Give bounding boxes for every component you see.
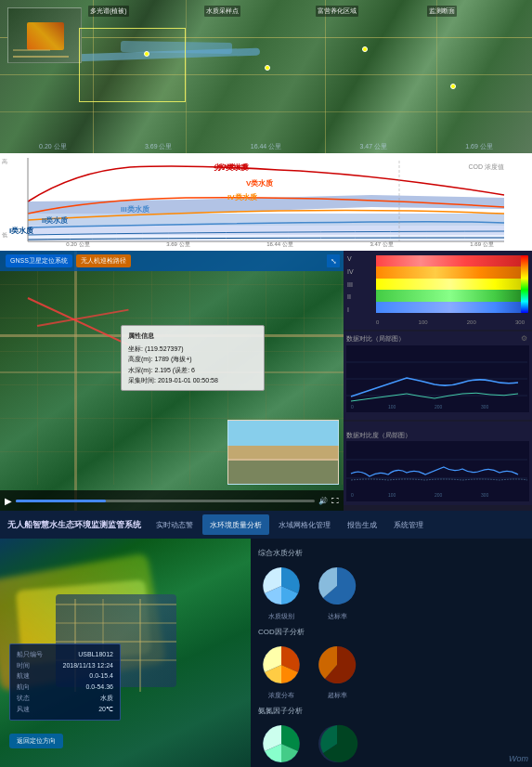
inset-video <box>227 420 339 485</box>
course-val: 0.0-54.36 <box>85 682 113 693</box>
tab-system[interactable]: 系统管理 <box>386 514 431 535</box>
x-label-2: 3.69 公里 <box>166 240 189 249</box>
chart1-title: 数据对比（局部图） <box>346 334 405 344</box>
play-icon[interactable]: ▶ <box>5 496 12 506</box>
section1-satellite-analysis: 多光谱(植被) 水质采样点 富营养化区域 监测断面 0.20 公里 3.69 公… <box>0 0 532 251</box>
y-iii: III <box>347 281 354 288</box>
strip-ii <box>376 290 525 301</box>
strip-v <box>376 255 525 266</box>
section2-drone-analysis: GNSS卫星定位系统 无人机巡检路径 属性信息 坐标: (119.527397)… <box>0 251 532 511</box>
progress-bar[interactable] <box>16 500 315 502</box>
patrol-btn[interactable]: 无人机巡检路径 <box>76 254 131 267</box>
pie-row-1: 水质级别 达标率 <box>258 563 525 621</box>
color-legend <box>521 255 528 313</box>
wom-badge: Wom <box>509 754 528 763</box>
section3-management-system: 无人船智慧水生态环境监测监管系统 实时动态警 水环境质量分析 水域网格化管理 报… <box>0 511 532 767</box>
strip-iv <box>376 266 525 278</box>
pie-svg-2a <box>258 642 305 688</box>
fullscreen-icon[interactable]: ⛶ <box>331 497 339 505</box>
tab-grid[interactable]: 水域网格化管理 <box>271 514 338 535</box>
y-label-top: 高 <box>2 158 7 166</box>
svg-text:300: 300 <box>481 492 489 498</box>
svg-text:200: 200 <box>435 492 443 498</box>
chart1-canvas: 0 100 200 300 <box>346 345 529 412</box>
map-selection-box <box>79 28 186 102</box>
volume-icon[interactable]: 🔊 <box>318 497 328 505</box>
sys-main-content: 船只编号 USBL18012 时间 2018/11/13 12:24 航速 0.… <box>0 539 532 767</box>
chart2-title: 数据对比度（局部图） <box>346 432 411 438</box>
gnss-btn[interactable]: GNSS卫星定位系统 <box>6 254 72 267</box>
x-label-4: 3.47 公里 <box>370 240 393 249</box>
stats-title-1: 综合水质分析 <box>258 548 525 558</box>
pie-label-2b: 超标率 <box>328 691 347 700</box>
time-val: 2018/11/13 12:24 <box>63 660 114 671</box>
wind-label: 风速 <box>17 704 30 715</box>
dist-label-2: 3.69 公里 <box>145 142 173 151</box>
map-label-eutro: 富营养化区域 <box>316 6 358 17</box>
label-v5: V类水质 <box>246 178 273 188</box>
pie-label-1b: 达标率 <box>328 612 347 621</box>
water-quality-profile-chart: 劣V类水质 劣V类水质 V类水质 IV类水质 III类水质 II类水质 I类水质… <box>0 153 532 251</box>
spectral-x-axis: 0 100 200 300 <box>376 319 525 325</box>
status-val: 水质 <box>100 693 113 704</box>
sample-marker-3 <box>362 46 368 52</box>
sample-marker-2 <box>265 65 270 71</box>
spectral-chart: V IV III II I 0 100 200 300 <box>344 251 532 330</box>
pie-row-3: 浓度分布 超标率 <box>258 721 525 767</box>
location-btn[interactable]: 返回定位方向 <box>9 734 63 748</box>
map-label-vegetation: 多光谱(植被) <box>88 6 129 17</box>
pie-item-2a: 浓度分布 <box>258 642 305 700</box>
dist-label-3: 16.44 公里 <box>251 142 281 151</box>
pie-label-2a: 浓度分布 <box>268 691 294 700</box>
chart1-settings[interactable]: ⚙ <box>521 334 527 343</box>
pie-item-3a: 浓度分布 <box>258 721 305 767</box>
chart2-canvas: 0 100 200 300 <box>346 441 529 501</box>
strip-i <box>376 302 525 313</box>
profile-svg <box>0 153 532 251</box>
expand-btn[interactable]: ⤡ <box>327 254 340 267</box>
svg-text:200: 200 <box>435 404 443 410</box>
x-label-3: 16.44 公里 <box>266 240 293 249</box>
color-bar-strips <box>376 255 525 313</box>
inset-map <box>7 7 82 63</box>
pie-item-1b: 达标率 <box>314 563 360 621</box>
satellite-map: 多光谱(植被) 水质采样点 富营养化区域 监测断面 0.20 公里 3.69 公… <box>0 0 532 153</box>
sys-info-box: 船只编号 USBL18012 时间 2018/11/13 12:24 航速 0.… <box>9 644 121 721</box>
drone-header: GNSS卫星定位系统 无人机巡检路径 <box>0 251 344 271</box>
label-iii: III类水质 <box>121 204 149 214</box>
svg-text:100: 100 <box>388 404 396 410</box>
dist-label-1: 0.20 公里 <box>39 142 67 151</box>
drone-view-panel: GNSS卫星定位系统 无人机巡检路径 属性信息 坐标: (119.527397)… <box>0 251 344 511</box>
wind-val: 20℃ <box>98 704 113 715</box>
svg-text:0: 0 <box>351 492 354 498</box>
label-iv: IV类水质 <box>227 192 257 202</box>
pie-item-1a: 水质级别 <box>258 563 305 621</box>
y-v: V <box>347 255 354 262</box>
y-i: I <box>347 306 354 313</box>
pie-label-1a: 水质级别 <box>268 612 294 621</box>
tab-water-quality[interactable]: 水环境质量分析 <box>202 514 269 535</box>
stats-title-2: COD因子分析 <box>258 627 525 637</box>
label-bad5: 劣V类水质 <box>214 162 248 173</box>
map-label-sample: 水质采样点 <box>204 6 240 17</box>
pie-svg-3b <box>314 721 360 767</box>
strip-iii <box>376 279 525 290</box>
speed-val: 0.0-15.4 <box>89 670 113 682</box>
video-controls-bar[interactable]: ▶ 🔊 ⛶ <box>0 490 344 511</box>
spectral-y-labels: V IV III II I <box>347 255 354 313</box>
tab-report[interactable]: 报告生成 <box>340 514 384 535</box>
stats-title-3: 氨氮因子分析 <box>258 706 525 716</box>
analysis-panel: V IV III II I 0 100 200 300 <box>344 251 532 511</box>
sys-map: 船只编号 USBL18012 时间 2018/11/13 12:24 航速 0.… <box>0 539 251 767</box>
x-200: 200 <box>467 319 476 325</box>
line-chart-2: 数据对比度（局部图） 0 100 200 300 <box>344 422 532 505</box>
dist-label-5: 1.69 公里 <box>465 142 493 151</box>
sys-navbar: 无人船智慧水生态环境监测监管系统 实时动态警 水环境质量分析 水域网格化管理 报… <box>0 511 532 539</box>
x-label-5: 1.69 公里 <box>470 240 493 249</box>
tab-realtime[interactable]: 实时动态警 <box>149 514 201 535</box>
svg-text:300: 300 <box>481 404 489 410</box>
label-cod: COD 浓度值 <box>469 162 505 172</box>
x-0: 0 <box>376 319 379 325</box>
pie-svg-3a <box>258 721 305 767</box>
boat-val: USBL18012 <box>78 649 113 660</box>
